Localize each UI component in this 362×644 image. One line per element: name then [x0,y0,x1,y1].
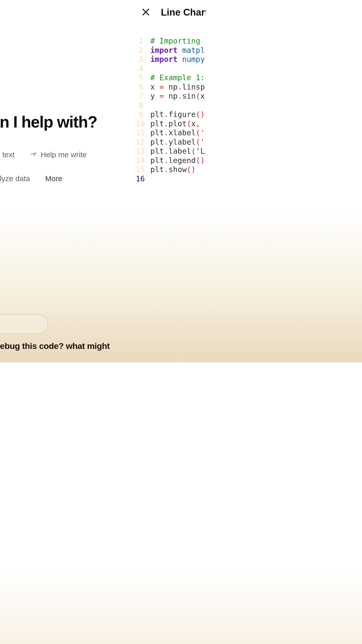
code-line: 12plt.ylabel(' [136,138,206,147]
chip-help-me-write[interactable]: Help me write [30,150,87,159]
line-number: 13 [136,147,150,156]
line-number: 15 [136,165,150,174]
code-text: import numpy [150,55,205,64]
message-input[interactable] [0,314,48,334]
line-number: 4 [136,64,150,73]
line-number: 5 [136,73,150,83]
code-line: 15plt.show() [136,165,206,174]
panel-title: Line Chart E [161,7,206,18]
line-number: 11 [136,128,150,138]
code-text: plt.ylabel(' [150,138,205,147]
code-text: import matpl [150,46,205,55]
line-number: 3 [136,55,150,64]
line-number: 12 [136,138,150,147]
page-title: What can I help with? [0,113,128,131]
line-number: 1 [136,36,150,46]
code-text: plt.show() [150,165,196,174]
code-text: plt.label('L [150,147,205,156]
suggestion-row-2: Analyze data More [0,174,128,183]
code-line: 8 [136,101,206,110]
code-line: 6x = np.linsp [136,83,206,92]
close-button[interactable] [141,7,151,17]
chip-more[interactable]: More [45,174,62,183]
line-number: 7 [136,92,150,101]
code-line: 13plt.label('L [136,147,206,156]
line-number: 6 [136,83,150,92]
code-line: 11plt.xlabel(' [136,128,206,138]
code-line: 2import matpl [136,46,206,55]
code-text: plt.plot(x, [150,119,205,129]
code-text: x = np.linsp [150,83,205,92]
line-number: 2 [136,46,150,55]
assistant-landing: What can I help with? Summarize text Hel… [0,0,128,362]
code-line: 7y = np.sin(x [136,92,206,101]
code-text: plt.legend() [150,156,205,165]
chip-label: Summarize text [0,150,15,159]
suggestion-row-1: Summarize text Help me write [0,150,128,159]
chip-label: Help me write [41,150,87,159]
code-line: 10plt.plot(x, [136,119,206,129]
code-text: # Importing [150,36,205,46]
chip-label: More [45,174,62,183]
line-number: 8 [136,101,150,110]
line-number: 14 [136,156,150,165]
code-line: 3import numpy [136,55,206,64]
code-line: 16 [136,174,206,184]
chip-analyze-data[interactable]: Analyze data [0,174,30,183]
code-line: 4 [136,64,206,73]
code-line: 9plt.figure() [136,110,206,119]
line-number: 10 [136,119,150,129]
pencil-icon [30,151,37,158]
line-number: 9 [136,110,150,119]
code-line: 1# Importing [136,36,206,46]
chip-label: Analyze data [0,174,30,183]
user-message-partial: Can you debug this code? what might [0,341,110,351]
code-line: 14plt.legend() [136,156,206,165]
code-text: y = np.sin(x [150,92,205,101]
code-text: plt.figure() [150,110,205,119]
code-text: plt.xlabel(' [150,128,205,138]
code-editor[interactable]: 1# Importing 2import matpl3import numpy4… [136,36,206,183]
line-number: 16 [136,174,150,184]
code-text: # Example 1: [150,73,205,83]
chip-summarize-text[interactable]: Summarize text [0,150,15,159]
code-line: 5# Example 1: [136,73,206,83]
